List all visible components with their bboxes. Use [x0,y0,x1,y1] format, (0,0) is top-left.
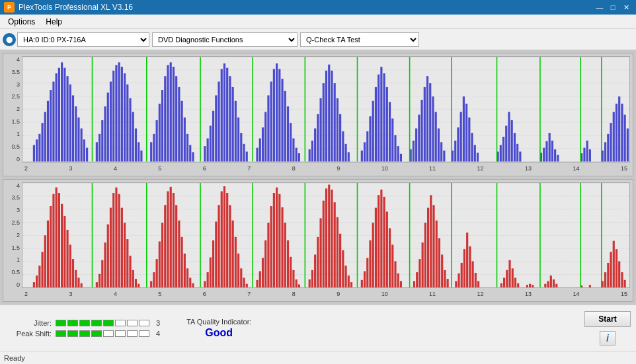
info-button[interactable]: i [600,331,616,346]
svg-rect-282 [296,279,298,287]
svg-rect-337 [469,246,471,287]
svg-rect-286 [311,270,313,287]
svg-rect-135 [424,87,426,162]
y-label-25: 2.5 [11,93,20,100]
svg-rect-159 [508,112,510,161]
svg-rect-242 [173,193,175,287]
svg-rect-363 [616,249,617,287]
jitter-value: 3 [156,319,160,327]
svg-rect-71 [221,69,223,161]
svg-rect-206 [56,187,58,287]
svg-rect-255 [215,221,217,287]
drive-dropdown[interactable]: HA:0 ID:0 PX-716A [17,32,149,47]
svg-rect-129 [400,154,402,162]
svg-rect-298 [344,266,346,287]
menu-help[interactable]: Help [40,16,67,28]
svg-rect-54 [167,65,169,162]
svg-rect-150 [468,118,470,162]
svg-rect-245 [181,237,183,287]
bottom-chart-area [22,182,630,289]
start-button[interactable]: Start [584,311,631,327]
svg-rect-359 [604,272,606,287]
svg-rect-12 [41,123,43,161]
svg-rect-112 [344,144,346,162]
svg-rect-56 [173,67,175,161]
svg-rect-186 [624,115,626,162]
svg-rect-329 [444,270,446,287]
svg-rect-316 [400,281,402,287]
svg-rect-210 [66,229,68,287]
svg-rect-13 [44,112,46,161]
jitter-bar [56,320,149,326]
ta-quality-value: Good [205,327,233,339]
peak-bar-8 [139,330,149,337]
svg-rect-53 [164,76,166,161]
svg-rect-97 [298,153,300,162]
svg-rect-107 [331,71,333,162]
svg-rect-328 [441,254,443,287]
close-button[interactable]: ✕ [620,2,632,13]
svg-rect-68 [212,111,214,162]
svg-rect-311 [386,211,388,287]
maximize-button[interactable]: □ [607,2,619,13]
svg-rect-116 [364,142,366,161]
svg-rect-351 [532,285,534,287]
svg-rect-136 [426,76,428,161]
svg-rect-33 [104,106,106,161]
svg-rect-60 [184,118,186,162]
svg-rect-78 [240,133,242,161]
svg-rect-270 [262,258,264,287]
svg-rect-106 [328,65,330,162]
svg-rect-167 [545,141,547,162]
test-dropdown[interactable]: Q-Check TA Test [300,32,419,47]
svg-rect-55 [170,62,172,161]
toolbar: ⬤ HA:0 ID:0 PX-716A DVD Diagnostic Funct… [0,29,636,50]
peak-bar-5 [103,330,114,337]
svg-rect-134 [421,100,423,161]
svg-rect-84 [262,127,264,162]
bottom-panel: Jitter: 3 Peak Shift: [0,305,636,351]
svg-rect-280 [290,256,292,287]
svg-rect-42 [129,98,131,162]
peak-shift-bar [56,330,149,337]
svg-rect-140 [438,128,440,161]
app-icon: P [4,2,15,13]
svg-rect-244 [178,220,180,287]
svg-rect-214 [77,277,79,287]
top-chart-y-axis: 4 3.5 3 2.5 2 1.5 1 0.5 0 [3,56,22,163]
svg-rect-111 [342,131,344,162]
main-body: 4 3.5 3 2.5 2 1.5 1 0.5 0 [0,50,636,351]
svg-rect-202 [44,235,46,287]
svg-rect-149 [465,104,467,162]
jitter-row: Jitter: 3 [5,319,160,327]
y-label-2: 2 [17,106,20,112]
svg-rect-75 [232,87,234,162]
svg-rect-59 [181,101,183,162]
svg-rect-158 [505,126,507,161]
svg-rect-166 [543,148,545,162]
svg-rect-366 [624,279,626,287]
svg-rect-220 [104,242,106,287]
svg-rect-162 [516,144,518,162]
svg-rect-156 [500,145,502,161]
svg-rect-235 [153,272,155,287]
svg-rect-249 [192,283,194,287]
svg-rect-104 [323,83,325,161]
jitter-bar-7 [127,320,138,326]
drive-selector: ⬤ HA:0 ID:0 PX-716A [3,32,149,47]
svg-rect-115 [361,151,363,162]
minimize-button[interactable]: — [594,2,606,13]
svg-rect-83 [259,138,261,161]
svg-rect-153 [477,153,479,161]
svg-rect-52 [161,90,163,161]
menu-options[interactable]: Options [3,16,40,28]
function-dropdown[interactable]: DVD Diagnostic Functions [152,32,298,47]
svg-rect-228 [126,239,128,287]
svg-rect-212 [72,259,74,287]
svg-rect-300 [350,282,352,287]
svg-rect-276 [278,194,280,287]
svg-rect-35 [110,82,112,162]
svg-rect-148 [463,96,465,161]
svg-rect-133 [418,115,420,162]
svg-rect-205 [52,194,54,287]
